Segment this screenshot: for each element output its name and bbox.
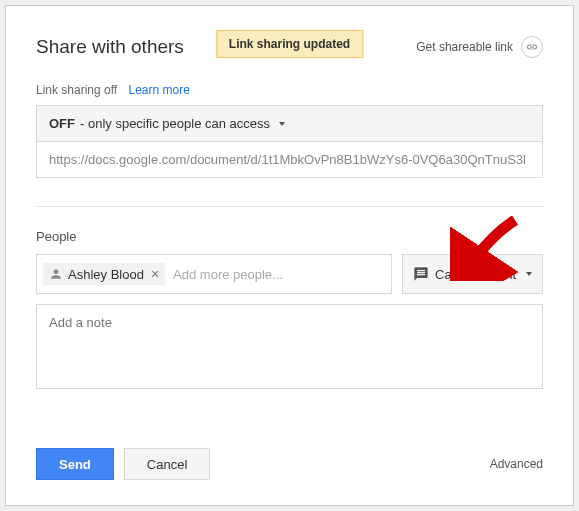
- people-input[interactable]: Ashley Blood × Add more people...: [36, 254, 392, 294]
- people-label: People: [36, 229, 543, 244]
- learn-more-link[interactable]: Learn more: [129, 83, 190, 97]
- caret-down-icon: [526, 272, 532, 276]
- get-shareable-link[interactable]: Get shareable link: [416, 36, 543, 58]
- send-button[interactable]: Send: [36, 448, 114, 480]
- access-bold: OFF: [49, 116, 75, 131]
- permission-label: Can comment: [435, 267, 516, 282]
- share-dialog: Share with others Link sharing updated G…: [5, 5, 574, 506]
- caret-down-icon: [279, 122, 285, 126]
- access-level-dropdown[interactable]: OFF - only specific people can access: [36, 105, 543, 142]
- link-sharing-label: Link sharing off: [36, 83, 117, 97]
- link-sharing-status: Link sharing off Learn more: [36, 83, 543, 97]
- dialog-footer: Send Cancel Advanced: [36, 448, 543, 480]
- person-icon: [49, 267, 63, 281]
- people-row: Ashley Blood × Add more people... Can co…: [36, 254, 543, 294]
- people-placeholder: Add more people...: [173, 267, 385, 282]
- comment-icon: [413, 266, 429, 282]
- permission-dropdown[interactable]: Can comment: [402, 254, 543, 294]
- chip-name: Ashley Blood: [68, 267, 144, 282]
- person-chip: Ashley Blood ×: [43, 263, 165, 285]
- get-shareable-link-label: Get shareable link: [416, 40, 513, 54]
- share-url-field[interactable]: https://docs.google.com/document/d/1t1Mb…: [36, 142, 543, 178]
- dialog-header: Share with others Link sharing updated G…: [36, 36, 543, 58]
- dialog-title: Share with others: [36, 36, 184, 58]
- link-icon: [521, 36, 543, 58]
- remove-chip-icon[interactable]: ×: [151, 266, 159, 282]
- access-text: - only specific people can access: [80, 116, 270, 131]
- cancel-button[interactable]: Cancel: [124, 448, 210, 480]
- status-banner: Link sharing updated: [216, 30, 363, 58]
- divider: [36, 206, 543, 207]
- advanced-link[interactable]: Advanced: [490, 457, 543, 471]
- note-input[interactable]: [36, 304, 543, 389]
